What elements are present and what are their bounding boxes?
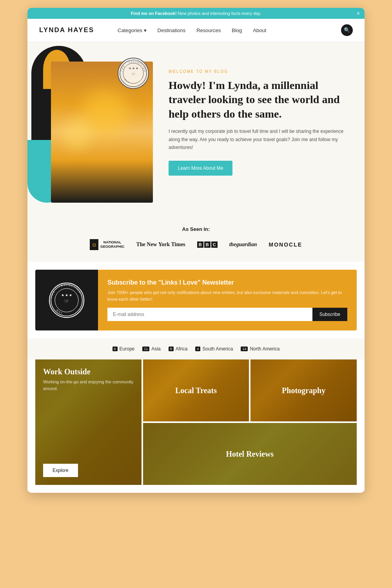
svg-text:· WAY ·: · WAY · <box>122 76 132 85</box>
north-america-label: North America <box>250 346 279 352</box>
photography-content: Photography <box>250 359 357 421</box>
asia-label: Asia <box>151 346 160 352</box>
newsletter-logo-panel: ★ ★ ★ ☞ THE · TRAVELLING · · WAY · <box>35 270 98 330</box>
nav-item-resources[interactable]: Resources <box>196 27 221 34</box>
announcement-bar: Find me on Facebook! New photos and inte… <box>27 8 365 19</box>
subscribe-button[interactable]: Subscribe <box>312 308 347 321</box>
svg-text:☞: ☞ <box>64 298 69 304</box>
europe-label: Europe <box>120 346 135 352</box>
nav-links: Categories ▾ Destinations Resources Blog… <box>118 27 341 34</box>
photography-title: Photography <box>282 386 325 395</box>
newsletter-section: ★ ★ ★ ☞ THE · TRAVELLING · · WAY · Subsc… <box>35 270 357 330</box>
bbc-b1: B <box>197 241 203 248</box>
svg-text:☞: ☞ <box>131 71 136 77</box>
europe-count: 6 <box>113 347 118 351</box>
work-outside-explore-button[interactable]: Explore <box>43 464 78 477</box>
category-card-work-outside[interactable]: Work Outside Working on-the-go and enjoy… <box>35 359 142 485</box>
hero-section: ★ ★ ★ ☞ THE · TRAVELLING · · WAY · <box>27 42 365 214</box>
hotel-reviews-content: Hotel Reviews <box>143 423 357 485</box>
guardian-logo: theguardian <box>229 241 257 248</box>
local-treats-title: Local Treats <box>175 386 217 395</box>
search-icon: 🔍 <box>344 27 350 33</box>
nav-item-categories[interactable]: Categories ▾ <box>118 27 146 34</box>
south-america-label: South America <box>202 346 233 352</box>
bbc-b2: B <box>204 241 211 248</box>
category-card-hotel-reviews[interactable]: Hotel Reviews <box>143 423 357 485</box>
stamp-circle: ★ ★ ★ ☞ THE · TRAVELLING · · WAY · <box>118 58 149 89</box>
category-card-local-treats[interactable]: Local Treats <box>143 359 249 421</box>
bbc-logo: B B C <box>197 241 218 248</box>
natgeo-logo: ◻ NATIONALGEOGRAPHIC <box>90 239 125 250</box>
filter-europe[interactable]: 6 Europe <box>113 346 135 352</box>
monocle-logo: MONOCLE <box>269 241 302 248</box>
filter-south-america[interactable]: 4 South America <box>195 346 233 352</box>
newsletter-stamp-svg: ★ ★ ★ ☞ THE · TRAVELLING · · WAY · <box>50 283 83 317</box>
brand-stamp: ★ ★ ★ ☞ THE · TRAVELLING · · WAY · <box>118 58 149 89</box>
bbc-c: C <box>211 241 218 248</box>
south-america-count: 4 <box>195 347 200 351</box>
nav-item-destinations[interactable]: Destinations <box>158 27 186 34</box>
press-section: As Seen In: ◻ NATIONALGEOGRAPHIC The New… <box>27 214 365 262</box>
asia-count: 11 <box>142 347 149 351</box>
nav-link-blog[interactable]: Blog <box>232 27 242 33</box>
nav-link-categories[interactable]: Categories ▾ <box>118 27 146 33</box>
newsletter-form: Subscribe <box>107 308 347 321</box>
north-america-count: 14 <box>241 347 248 351</box>
nav-link-destinations[interactable]: Destinations <box>158 27 186 33</box>
press-title: As Seen In: <box>35 226 357 232</box>
filter-north-america[interactable]: 14 North America <box>241 346 279 352</box>
destinations-filter: 6 Europe 11 Asia 8 Africa 4 South Americ… <box>27 338 365 359</box>
navigation: LYNDA HAYES Categories ▾ Destinations Re… <box>27 19 365 42</box>
category-grid: Work Outside Working on-the-go and enjoy… <box>35 359 357 485</box>
nav-item-blog[interactable]: Blog <box>232 27 242 34</box>
email-input[interactable] <box>107 308 312 321</box>
filter-asia[interactable]: 11 Asia <box>142 346 160 352</box>
work-outside-content: Work Outside Working on-the-go and enjoy… <box>35 359 142 485</box>
browser-window: Find me on Facebook! New photos and inte… <box>27 8 365 493</box>
natgeo-text: NATIONALGEOGRAPHIC <box>100 240 125 249</box>
svg-text:★ ★ ★: ★ ★ ★ <box>129 67 138 70</box>
natgeo-box: ◻ <box>90 239 98 250</box>
nav-link-resources[interactable]: Resources <box>196 27 221 33</box>
work-outside-title: Work Outside <box>43 367 134 376</box>
nav-link-about[interactable]: About <box>253 27 266 33</box>
newsletter-content: Subscribe to the "Links I Love" Newslett… <box>98 270 357 330</box>
africa-label: Africa <box>176 346 188 352</box>
filter-africa[interactable]: 8 Africa <box>169 346 188 352</box>
work-outside-subtitle: Working on-the-go and enjoying the commu… <box>43 379 134 392</box>
svg-text:★ ★ ★: ★ ★ ★ <box>61 293 73 297</box>
site-logo[interactable]: LYNDA HAYES <box>39 26 94 34</box>
stamp-svg: ★ ★ ★ ☞ THE · TRAVELLING · · WAY · <box>118 58 148 88</box>
hotel-reviews-title: Hotel Reviews <box>226 450 274 459</box>
africa-count: 8 <box>169 347 174 351</box>
newsletter-description: Join 7000+ people who get not only notif… <box>107 289 347 302</box>
newsletter-title: Subscribe to the "Links I Love" Newslett… <box>107 279 347 286</box>
search-button[interactable]: 🔍 <box>341 24 353 36</box>
category-card-photography[interactable]: Photography <box>250 359 357 421</box>
announcement-close-button[interactable]: × <box>357 10 360 16</box>
hero-left: ★ ★ ★ ☞ THE · TRAVELLING · · WAY · <box>39 54 153 203</box>
svg-text:· WAY ·: · WAY · <box>54 307 65 315</box>
nyt-logo: The New York Times <box>136 241 185 248</box>
press-logos: ◻ NATIONALGEOGRAPHIC The New York Times … <box>35 239 357 250</box>
announcement-text: Find me on Facebook! New photos and inte… <box>131 11 261 16</box>
nav-item-about[interactable]: About <box>253 27 266 34</box>
newsletter-logo-circle: ★ ★ ★ ☞ THE · TRAVELLING · · WAY · <box>49 283 84 318</box>
local-treats-content: Local Treats <box>143 359 249 421</box>
